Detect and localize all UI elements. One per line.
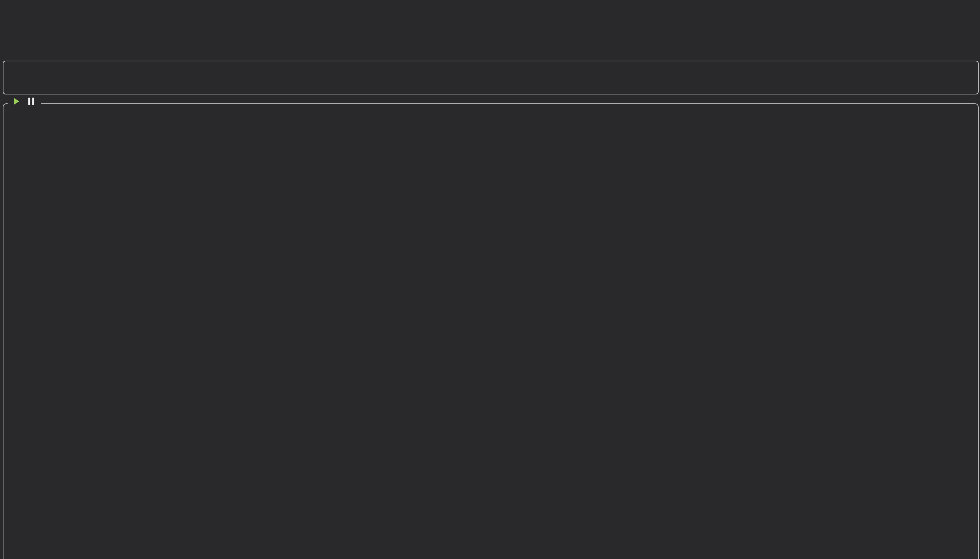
- tasks-panel-title: [8, 97, 41, 106]
- table-header: [3, 109, 978, 122]
- table-body: [3, 122, 978, 559]
- warning-item: [3, 61, 978, 66]
- running-icon: [14, 98, 19, 105]
- warnings-panel: [3, 61, 978, 94]
- help-bar: [0, 0, 980, 2]
- pause-icon: [28, 98, 34, 105]
- tasks-panel: [3, 103, 978, 559]
